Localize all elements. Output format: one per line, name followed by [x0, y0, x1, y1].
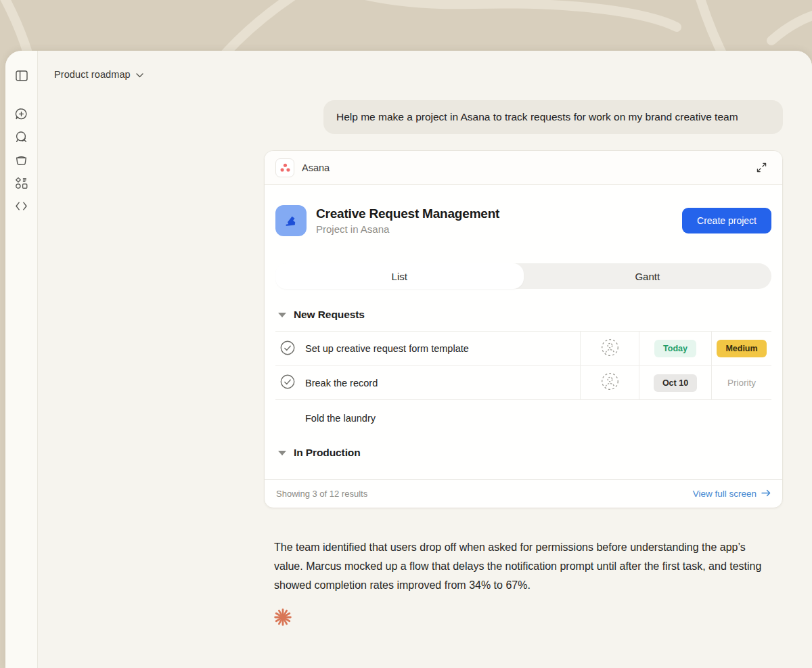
sidebar-icon-group: [12, 104, 32, 216]
create-project-button[interactable]: Create project: [682, 208, 771, 233]
conversation-title: Product roadmap: [54, 69, 131, 80]
table-row[interactable]: Break the record: [275, 365, 771, 400]
view-full-screen-link[interactable]: View full screen: [693, 489, 771, 499]
main-area: Product roadmap Help me make a project i…: [38, 51, 812, 668]
priority-cell[interactable]: Priority: [711, 366, 771, 399]
project-texts: Creative Request Management Project in A…: [316, 206, 499, 235]
priority-placeholder: Priority: [727, 378, 756, 388]
task-table: Set up creative request form template: [275, 331, 771, 400]
tab-list[interactable]: List: [275, 263, 524, 289]
project-title: Creative Request Management: [316, 206, 499, 221]
asana-card-header: Asana: [265, 151, 782, 185]
section-in-production[interactable]: In Production: [275, 447, 771, 459]
expand-icon[interactable]: [751, 158, 771, 178]
claude-spark-icon: [273, 607, 293, 627]
due-date-badge: Today: [654, 340, 696, 357]
code-icon[interactable]: [12, 196, 32, 216]
due-date-cell[interactable]: Today: [639, 332, 711, 365]
check-circle-icon[interactable]: [280, 340, 295, 357]
task-row-plain[interactable]: Fold the laundry: [275, 400, 771, 424]
arrow-right-icon: [761, 489, 771, 499]
check-circle-icon[interactable]: [280, 374, 295, 391]
user-message-bubble: Help me make a project in Asana to track…: [323, 100, 783, 134]
caret-down-icon: [278, 313, 286, 317]
card-app-name: Asana: [302, 162, 330, 173]
tab-gantt[interactable]: Gantt: [524, 263, 772, 289]
priority-badge: Medium: [717, 340, 766, 357]
assignee-cell[interactable]: [580, 366, 639, 399]
asana-card: Asana: [264, 150, 783, 508]
section-new-requests[interactable]: New Requests: [275, 309, 771, 321]
due-date-badge: Oct 10: [654, 374, 697, 392]
avatar-placeholder-icon: [601, 372, 619, 393]
view-tabs: List Gantt: [275, 263, 771, 289]
avatar-placeholder-icon: [601, 338, 619, 359]
sidebar-toggle-icon[interactable]: [12, 66, 32, 86]
asana-card-body: Creative Request Management Project in A…: [265, 205, 782, 459]
asana-logo-icon: [275, 158, 294, 177]
project-subtitle: Project in Asana: [316, 223, 499, 235]
asana-card-footer: Showing 3 of 12 results View full screen: [265, 479, 782, 508]
project-avatar-icon: [275, 205, 307, 236]
priority-cell[interactable]: Medium: [711, 332, 771, 365]
caret-down-icon: [278, 451, 286, 455]
results-count: Showing 3 of 12 results: [276, 489, 367, 499]
table-row[interactable]: Set up creative request form template: [275, 331, 771, 365]
tools-icon[interactable]: [12, 173, 32, 193]
sidebar: [5, 51, 38, 668]
app-window: Product roadmap Help me make a project i…: [5, 51, 812, 668]
new-chat-icon[interactable]: [12, 104, 32, 124]
chat-column: Help me make a project in Asana to track…: [264, 100, 783, 627]
chat-history-icon[interactable]: [12, 127, 32, 147]
task-name-cell: Break the record: [275, 366, 580, 399]
project-header-row: Creative Request Management Project in A…: [275, 205, 771, 236]
chevron-down-icon: [136, 68, 143, 81]
conversation-title-menu[interactable]: Product roadmap: [54, 68, 143, 81]
due-date-cell[interactable]: Oct 10: [639, 366, 711, 399]
task-name-cell: Set up creative request form template: [275, 332, 580, 365]
assistant-message: The team identified that users drop off …: [274, 538, 775, 595]
archive-icon[interactable]: [12, 150, 32, 170]
assignee-cell[interactable]: [580, 332, 639, 365]
